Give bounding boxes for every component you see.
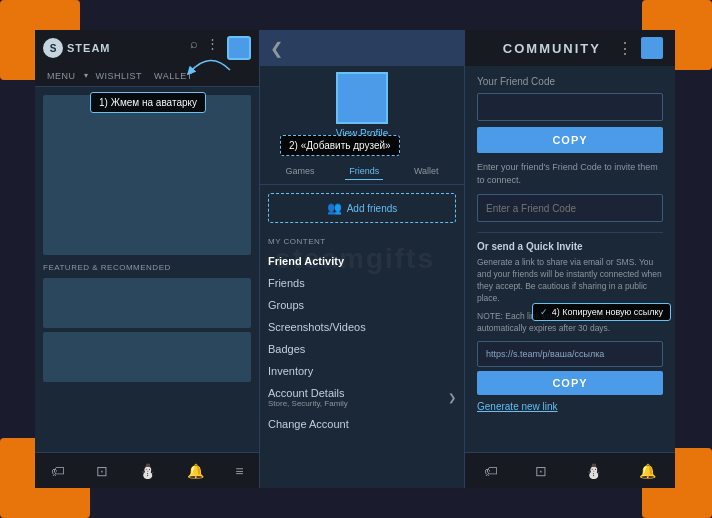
more-icon[interactable]: ⋮ bbox=[206, 36, 219, 60]
community-header: COMMUNITY ⋮ bbox=[465, 30, 675, 66]
profile-tabs: Games Friends Wallet bbox=[260, 159, 464, 185]
friend-activity-item[interactable]: Friend Activity bbox=[260, 250, 464, 272]
main-container: steamgifts S STEAM ⌕ ⋮ MENU ▾ WISHLIST W… bbox=[35, 30, 675, 488]
header-icons: ⌕ ⋮ bbox=[190, 36, 251, 60]
featured-games-list bbox=[43, 278, 251, 382]
community-content: Your Friend Code COPY Enter your friend'… bbox=[465, 66, 675, 424]
tag-icon[interactable]: 🏷 bbox=[51, 463, 65, 479]
steam-icon: S bbox=[43, 38, 63, 58]
menu-arrow-icon: ▾ bbox=[82, 66, 90, 86]
account-details-arrow: ❯ bbox=[448, 392, 456, 403]
bottom-nav-left: 🏷 ⊡ ⛄ 🔔 ≡ bbox=[35, 452, 259, 488]
popup-header: ❮ bbox=[260, 30, 464, 66]
menu-tab[interactable]: MENU bbox=[41, 66, 82, 86]
steam-header: S STEAM ⌕ ⋮ bbox=[35, 30, 259, 66]
friend-code-input[interactable] bbox=[477, 93, 663, 121]
inventory-item[interactable]: Inventory bbox=[260, 360, 464, 382]
invite-link-display: https://s.team/p/ваша/ссылка bbox=[477, 341, 663, 367]
friends-tab[interactable]: Friends bbox=[345, 163, 383, 180]
my-content-label: MY CONTENT bbox=[260, 231, 464, 250]
bell-icon[interactable]: 🔔 bbox=[187, 463, 204, 479]
invite-description: Enter your friend's Friend Code to invit… bbox=[477, 161, 663, 186]
divider bbox=[477, 232, 663, 233]
community-title: COMMUNITY bbox=[503, 41, 601, 56]
profile-popup-panel: ❮ View Profile 2) «Добавить друзей» Game… bbox=[260, 30, 465, 488]
generate-new-link-button[interactable]: Generate new link bbox=[477, 399, 558, 414]
copy-invite-link-button[interactable]: COPY bbox=[477, 371, 663, 395]
game-item-1[interactable] bbox=[43, 278, 251, 328]
search-icon[interactable]: ⌕ bbox=[190, 36, 198, 60]
add-friends-label: Add friends bbox=[347, 203, 398, 214]
back-button[interactable]: ❮ bbox=[270, 39, 283, 58]
quick-invite-title: Or send a Quick Invite bbox=[477, 241, 663, 252]
account-details-sub: Store, Security, Family bbox=[268, 399, 348, 408]
friend-code-section-title: Your Friend Code bbox=[477, 76, 663, 87]
community-tag-icon[interactable]: 🏷 bbox=[484, 463, 498, 479]
account-details-label: Account Details bbox=[268, 387, 348, 399]
featured-content-area bbox=[43, 95, 251, 255]
wallet-tab[interactable]: WALLET bbox=[148, 66, 199, 86]
step1-tooltip: 1) Жмем на аватарку bbox=[90, 92, 206, 113]
steam-logo: S STEAM bbox=[43, 38, 111, 58]
game-item-2[interactable] bbox=[43, 332, 251, 382]
steam-title: STEAM bbox=[67, 42, 111, 54]
games-tab[interactable]: Games bbox=[281, 163, 318, 180]
badges-item[interactable]: Badges bbox=[260, 338, 464, 360]
quick-invite-description: Generate a link to share via email or SM… bbox=[477, 257, 663, 305]
community-panel: COMMUNITY ⋮ Your Friend Code COPY Enter … bbox=[465, 30, 675, 488]
add-friends-button[interactable]: 👥 Add friends bbox=[268, 193, 456, 223]
hamburger-icon[interactable]: ≡ bbox=[235, 463, 243, 479]
community-avatar bbox=[641, 37, 663, 59]
check-icon: ✓ bbox=[540, 307, 548, 317]
grid-icon[interactable]: ⊡ bbox=[96, 463, 108, 479]
copy-friend-code-button[interactable]: COPY bbox=[477, 127, 663, 153]
featured-label: FEATURED & RECOMMENDED bbox=[43, 263, 251, 272]
wishlist-tab[interactable]: WISHLIST bbox=[90, 66, 149, 86]
step2-tooltip: 2) «Добавить друзей» bbox=[280, 135, 400, 156]
community-more-icon[interactable]: ⋮ bbox=[617, 39, 633, 58]
profile-avatar bbox=[336, 72, 388, 124]
wallet-tab-profile[interactable]: Wallet bbox=[410, 163, 443, 180]
steam-app-panel: S STEAM ⌕ ⋮ MENU ▾ WISHLIST WALLET 1) Жм… bbox=[35, 30, 260, 488]
screenshots-item[interactable]: Screenshots/Videos bbox=[260, 316, 464, 338]
user-avatar[interactable] bbox=[227, 36, 251, 60]
step4-tooltip: ✓ 4) Копируем новую ссылку bbox=[532, 303, 671, 321]
community-bottom-nav: 🏷 ⊡ ⛄ 🔔 bbox=[465, 452, 675, 488]
community-bell-icon[interactable]: 🔔 bbox=[639, 463, 656, 479]
add-friends-icon: 👥 bbox=[327, 201, 342, 215]
friends-item[interactable]: Friends bbox=[260, 272, 464, 294]
trophy-icon[interactable]: ⛄ bbox=[139, 463, 156, 479]
enter-friend-code-input[interactable] bbox=[477, 194, 663, 222]
account-details-item[interactable]: Account Details Store, Security, Family … bbox=[260, 382, 464, 413]
community-grid-icon[interactable]: ⊡ bbox=[535, 463, 547, 479]
groups-item[interactable]: Groups bbox=[260, 294, 464, 316]
community-trophy-icon[interactable]: ⛄ bbox=[585, 463, 602, 479]
change-account-item[interactable]: Change Account bbox=[260, 413, 464, 435]
nav-tabs: MENU ▾ WISHLIST WALLET bbox=[35, 66, 259, 87]
